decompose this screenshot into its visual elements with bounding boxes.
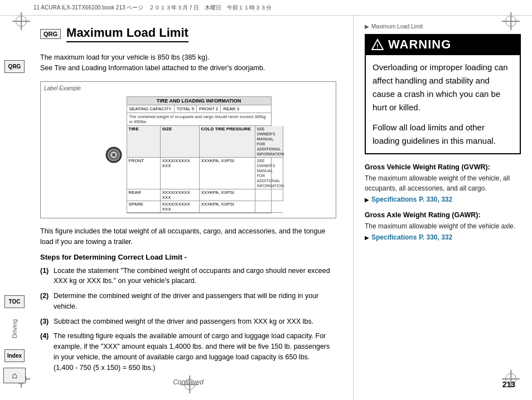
label-example-box: Label Example TIRE AND LOADING INFORMATI… [40,81,336,219]
right-page: ▶ Maximum Load Limit ! WARNING Overloadi… [354,16,532,400]
label-table-area: TIRE AND LOADING INFORMATION SEATING CAP… [45,96,331,214]
tire-label-grid: TIRE SIZE COLD TIRE PRESSURE SEE OWNER'S… [127,126,271,213]
gvwr-heading: Gross Vehicle Weight Rating (GVWR): [365,163,521,171]
step2-num: (2) [40,291,51,312]
right-page-label-icon: ▶ [365,23,369,30]
right-page-label: ▶ Maximum Load Limit [365,23,521,30]
gvwr-link-label[interactable]: Specifications [371,196,417,203]
sidebar-label-driving: Driving [11,319,18,338]
row1c2: XXXX/XXXXX XXX [161,158,200,190]
row2c1: REAR [127,189,161,201]
tire-label: TIRE AND LOADING INFORMATION SEATING CAP… [127,96,272,214]
home-icon: ⌂ [12,370,17,381]
seating-label: SEATING CAPACITY [127,105,175,113]
sidebar-btn-toc[interactable]: TOC [4,295,25,308]
step1-num: (1) [40,266,51,287]
intro-line1: The maximum load for your vehicle is 850… [40,52,336,63]
col4-header: SEE OWNER'S MANUAL FOR ADDITIONAL INFORM… [255,126,283,158]
gawr-link: ▶ Specifications P. 330, 332 [365,233,521,241]
step2-text: Determine the combined weight of the dri… [54,291,336,312]
gvwr-section: Gross Vehicle Weight Rating (GVWR): The … [365,163,521,203]
step4-text: The resulting figure equals the availabl… [54,331,336,373]
label-example-tag: Label Example [44,85,81,91]
col2-header: SIZE [161,126,200,158]
step-2: (2) Determine the combined weight of the… [40,291,336,312]
sidebar-btn-qrg[interactable]: QRG [4,60,25,73]
left-page: QRG Maximum Load Limit The maximum load … [29,16,354,400]
main-content: QRG Maximum Load Limit The maximum load … [29,16,532,400]
gawr-link-icon: ▶ [365,235,369,241]
file-info: 11 ACURA ILX-31TX66100.book 213 ページ ２０１３… [33,4,272,12]
col1-header: TIRE [127,126,161,158]
warning-box-header: ! WARNING [365,34,521,55]
steps-heading: Steps for Determining Correct Load Limit… [40,253,336,261]
row3c1: SPARE [127,201,161,213]
row2c2: XXXX/XXXXX XXX [161,189,200,201]
intro-line2: See Tire and Loading Information label a… [40,63,336,74]
sidebar-btn-index[interactable]: Index [4,349,25,362]
gvwr-link-pages[interactable]: P. 330, 332 [419,196,452,203]
rear-label: REAR 3 [221,105,241,113]
row3c3: XXXKPA, XXPSI [200,201,255,213]
gawr-link-pages[interactable]: P. 330, 332 [419,233,452,241]
tire-label-note: The combined weight of occupants and car… [127,113,271,126]
step1-text: Locate the statement "The combined weigh… [54,266,336,287]
gawr-link-label[interactable]: Specifications [371,233,417,241]
gawr-body: The maximum allowable weight of the vehi… [365,221,521,231]
title-row: QRG Maximum Load Limit [40,26,336,45]
row1c3: XXXKPA, XXPSI [200,158,255,190]
right-page-label-text: Maximum Load Limit [371,23,423,30]
see-owners: SEE OWNER'S MANUAL FOR ADDITIONAL INFORM… [257,127,284,156]
row1c1: FRONT [127,158,161,190]
warning-triangle-icon: ! [371,38,384,51]
tire-icon [105,147,122,163]
step-3: (3) Subtract the combined weight of the … [40,316,336,327]
total-label: TOTAL 5 [175,105,197,113]
step3-text: Subtract the combined weight of the driv… [54,316,313,327]
intro-text: The maximum load for your vehicle is 850… [40,52,336,74]
step4-num: (4) [40,331,51,373]
step-4: (4) The resulting figure equals the avai… [40,331,336,373]
warning-content: Overloading or improper loading can affe… [365,55,521,154]
top-bar: 11 ACURA ILX-31TX66100.book 213 ページ ２０１３… [0,0,532,16]
step3-num: (3) [40,316,51,327]
gawr-section: Gross Axle Weight Rating (GAWR): The max… [365,211,521,241]
bottom-crosshair [181,375,199,393]
tire-label-seating: SEATING CAPACITY TOTAL 5 FRONT 2 REAR 3 [127,105,271,113]
qrg-tag: QRG [40,29,61,39]
sidebar: QRG TOC Driving Index ⌂ [0,16,29,400]
col3-header: COLD TIRE PRESSURE [200,126,255,158]
svg-text:!: ! [376,43,379,50]
front-label: FRONT 2 [197,105,221,113]
gvwr-link: ▶ Specifications P. 330, 332 [365,196,521,203]
row3c4 [255,201,283,213]
gawr-heading: Gross Axle Weight Rating (GAWR): [365,211,521,219]
row2c4 [255,189,283,201]
gvwr-body: The maximum allowable weight of the vehi… [365,173,521,193]
warning-text2: Follow all load limits and other loading… [373,121,513,148]
sidebar-btn-home[interactable]: ⌂ [3,368,26,383]
row1c4-span: SEE OWNER'S MANUAL FOR ADDITIONAL INFORM… [255,158,283,190]
warning-triangle-svg: ! [371,38,384,51]
row2c3: XXXKPA, XXPSI [200,189,255,201]
body-text: This figure includes the total weight of… [40,226,336,247]
warning-title: WARNING [388,37,451,52]
tire-label-header: TIRE AND LOADING INFORMATION [127,97,271,105]
page-title: Maximum Load Limit [66,26,188,42]
step-1: (1) Locate the statement "The combined w… [40,266,336,287]
gvwr-link-icon: ▶ [365,197,369,203]
row3c2: XXXX/XXXXX XXX [161,201,200,213]
warning-text1: Overloading or improper loading can affe… [373,61,513,114]
svg-point-2 [112,153,115,157]
